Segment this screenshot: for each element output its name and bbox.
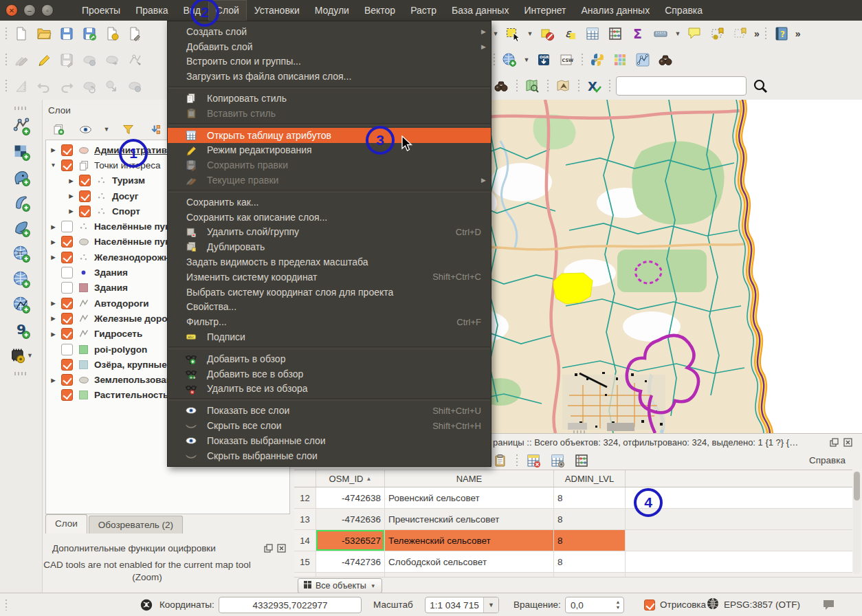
menubar-item-10[interactable]: Анализ данных bbox=[574, 0, 658, 21]
table-row[interactable]: 15-4742736Слободской сельсовет8 bbox=[294, 551, 852, 573]
layer-visibility-checkbox[interactable] bbox=[61, 267, 73, 278]
float-dock-icon[interactable] bbox=[829, 437, 839, 447]
cell-osm-id[interactable]: -4742736 bbox=[316, 551, 385, 572]
menu-item-remove-all-overview[interactable]: Удалить все из обзора bbox=[168, 382, 491, 397]
expander-icon[interactable]: ▼ bbox=[49, 162, 57, 168]
dock-tab-0[interactable]: Слои bbox=[45, 514, 87, 534]
menubar-item-4[interactable]: Установки bbox=[247, 0, 307, 21]
cell-admin-lvl[interactable]: 8 bbox=[554, 487, 626, 508]
expander-icon[interactable]: ▶ bbox=[67, 208, 75, 214]
menubar-item-0[interactable]: Проекты bbox=[74, 0, 128, 21]
float-panel-icon[interactable] bbox=[263, 544, 273, 553]
search-box[interactable]: ▼ bbox=[616, 76, 747, 96]
column-header-osm-id[interactable]: OSM_ID▲ bbox=[316, 470, 385, 487]
layer-visibility-checkbox[interactable] bbox=[79, 175, 91, 186]
csw-icon[interactable]: CSW bbox=[557, 51, 575, 69]
close-panel-icon[interactable] bbox=[276, 544, 286, 553]
menubar-item-7[interactable]: Растр bbox=[403, 0, 444, 21]
crs-status[interactable]: EPSG:3857 (OTF) bbox=[724, 600, 800, 610]
menu-item-add-all-to-overview[interactable]: ++Добавить все в обзор bbox=[168, 366, 491, 382]
menu-item-embed-layers[interactable]: Встроить слои и группы... bbox=[168, 54, 491, 69]
cell-name[interactable]: Тележенский сельсовет bbox=[385, 530, 554, 551]
add-delimited-icon[interactable]: 9 bbox=[12, 321, 30, 339]
cell-osm-id[interactable]: -4742638 bbox=[316, 487, 385, 508]
cell-name[interactable]: Ровенский сельсовет bbox=[385, 487, 554, 508]
menu-item-hide-all-layers[interactable]: Скрыть все слоиShift+Ctrl+H bbox=[168, 418, 491, 433]
select-rect-icon[interactable] bbox=[504, 25, 522, 43]
ruler-icon[interactable] bbox=[12, 77, 30, 95]
layer-visibility-checkbox[interactable] bbox=[61, 298, 73, 309]
add-group-icon[interactable] bbox=[49, 120, 67, 138]
measure-icon[interactable] bbox=[652, 25, 670, 43]
expander-icon[interactable]: ▶ bbox=[49, 331, 57, 338]
cell-admin-lvl[interactable]: 8 bbox=[554, 509, 626, 529]
processing-icon[interactable] bbox=[9, 346, 27, 364]
add-vector-icon[interactable] bbox=[12, 118, 30, 135]
menu-item-add-to-overview[interactable]: Добавить в обзор bbox=[168, 351, 491, 366]
chevron-down-icon[interactable]: ▼ bbox=[27, 352, 34, 359]
menu-item-show-selected-layers[interactable]: Показать выбранные слои bbox=[168, 433, 491, 448]
layer-visibility-checkbox[interactable] bbox=[61, 144, 73, 156]
chevron-down-icon[interactable]: ▼ bbox=[527, 30, 533, 37]
map-splitter-grip[interactable] bbox=[573, 430, 587, 434]
new-layout-icon[interactable] bbox=[103, 25, 121, 43]
add-wfs-icon[interactable] bbox=[12, 296, 30, 314]
menu-item-set-crs[interactable]: Изменить систему координатShift+Ctrl+C bbox=[168, 270, 491, 285]
clear-search-icon[interactable] bbox=[746, 80, 747, 92]
add-raster-icon[interactable] bbox=[12, 143, 30, 161]
column-header-admin-lvl[interactable]: ADMIN_LVL bbox=[554, 470, 626, 487]
magnifier-icon[interactable] bbox=[751, 77, 769, 95]
layer-visibility-checkbox[interactable] bbox=[61, 328, 73, 340]
qosm-icon[interactable] bbox=[523, 77, 541, 95]
search-input[interactable] bbox=[617, 77, 746, 95]
chevron-down-icon[interactable]: ▼ bbox=[523, 56, 530, 63]
expander-icon[interactable]: ▶ bbox=[67, 192, 75, 199]
delete-column-icon[interactable] bbox=[524, 452, 542, 470]
ogr-icon[interactable]: OGR bbox=[535, 51, 553, 69]
menu-item-create-layer[interactable]: Создать слой▶ bbox=[168, 24, 491, 39]
expander-icon[interactable]: ▶ bbox=[49, 223, 57, 230]
undo-icon[interactable] bbox=[35, 77, 53, 95]
clipboard-icon[interactable] bbox=[491, 452, 509, 470]
redo-icon[interactable] bbox=[58, 77, 76, 95]
menu-item-duplicate-layer[interactable]: Дублировать bbox=[168, 239, 491, 254]
log-messages-icon[interactable] bbox=[822, 593, 835, 616]
vertex-tool-icon[interactable] bbox=[126, 51, 144, 69]
expander-icon[interactable]: ▶ bbox=[49, 239, 57, 245]
menubar-item-11[interactable]: Справка bbox=[657, 0, 710, 21]
menu-item-hide-selected-layers[interactable]: Скрыть выбранные слои bbox=[168, 448, 491, 463]
table-row[interactable]: 14-5326527Тележенский сельсовет8 bbox=[294, 530, 852, 551]
layer-visibility-checkbox[interactable] bbox=[61, 359, 73, 371]
abacus-icon[interactable] bbox=[606, 25, 624, 43]
menu-item-copy-style[interactable]: Копировать стиль bbox=[168, 91, 491, 106]
table-row[interactable]: 13-4742636Пречистенский сельсовет8 bbox=[294, 509, 852, 530]
add-postgis-icon[interactable] bbox=[12, 168, 30, 186]
new-project-icon[interactable] bbox=[12, 25, 30, 43]
add-oracle-icon[interactable]: 3T bbox=[12, 245, 30, 263]
chevron-down-icon[interactable]: ▼ bbox=[492, 30, 499, 37]
overflow-icon[interactable]: » bbox=[795, 28, 801, 39]
menu-item-properties[interactable]: Свойства... bbox=[168, 300, 491, 315]
expand-all-icon[interactable] bbox=[146, 120, 164, 138]
render-checkbox[interactable] bbox=[644, 600, 655, 610]
layer-visibility-checkbox[interactable] bbox=[61, 313, 73, 324]
feature-filter-button[interactable]: Все объекты ▾ bbox=[298, 578, 382, 593]
poly-circle-icon[interactable] bbox=[103, 77, 121, 95]
help-icon[interactable]: ? bbox=[773, 25, 791, 43]
layer-visibility-checkbox[interactable] bbox=[79, 190, 91, 202]
window-minimize-button[interactable]: – bbox=[23, 4, 36, 16]
menu-item-open-attribute-table[interactable]: Открыть таблицу атрибутов bbox=[168, 128, 491, 143]
menu-item-add-from-definition[interactable]: Загрузить из файла описания слоя... bbox=[168, 69, 491, 84]
add-spatialite-icon[interactable] bbox=[12, 194, 30, 212]
scale-combo[interactable]: 1:1 034 715▼ bbox=[425, 597, 499, 613]
window-close-button[interactable]: ✕ bbox=[5, 4, 18, 16]
sum-icon[interactable]: Σ bbox=[629, 25, 647, 43]
save-project-as-icon[interactable] bbox=[80, 25, 98, 43]
poly-rotate-icon[interactable] bbox=[80, 77, 98, 95]
layer-visibility-checkbox[interactable] bbox=[79, 206, 91, 217]
add-mssql-icon[interactable] bbox=[12, 219, 30, 237]
menu-item-filter[interactable]: Фильтр...Ctrl+F bbox=[168, 314, 491, 329]
poly-star-icon[interactable] bbox=[80, 51, 98, 69]
cell-name[interactable]: Слободской сельсовет bbox=[385, 551, 554, 572]
layout-manager-icon[interactable] bbox=[126, 25, 144, 43]
